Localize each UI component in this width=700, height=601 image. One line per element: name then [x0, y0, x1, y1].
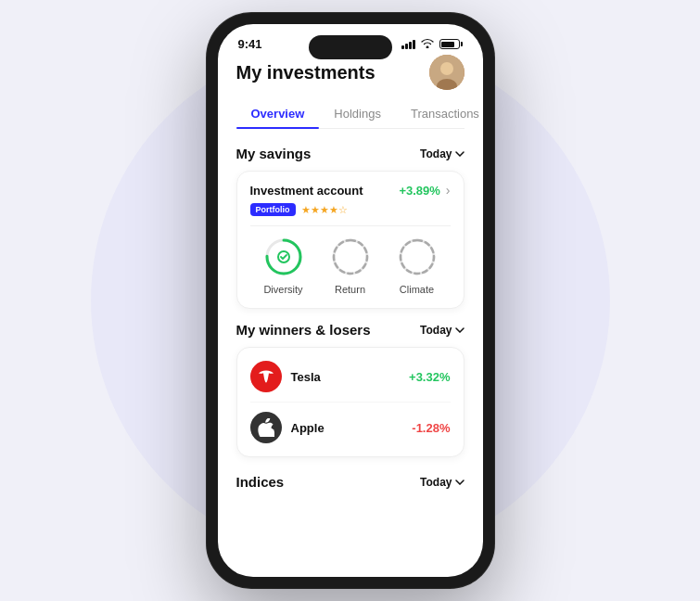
apple-name: Apple — [291, 421, 413, 435]
tesla-gain: +3.32% — [409, 370, 450, 384]
phone-mockup: 9:41 — [207, 13, 494, 588]
signal-icon — [401, 40, 415, 49]
stock-row-tesla[interactable]: Tesla +3.32% — [250, 352, 451, 403]
phone-frame: 9:41 — [207, 13, 494, 588]
page-title: My investments — [236, 62, 375, 83]
indices-section-header: Indices Today — [236, 470, 465, 490]
tesla-logo — [250, 361, 282, 392]
diversity-circle — [262, 236, 305, 278]
chevron-down-icon — [455, 327, 465, 333]
savings-filter[interactable]: Today — [420, 147, 464, 160]
investment-card[interactable]: Investment account +3.89% › Portfolio ★★… — [236, 171, 465, 309]
tab-holdings[interactable]: Holdings — [319, 99, 396, 128]
star-rating: ★★★★☆ — [301, 204, 348, 216]
metric-climate[interactable]: Climate — [396, 236, 439, 295]
return-label: Return — [335, 284, 365, 295]
svg-point-1 — [440, 62, 453, 75]
winners-section-header: My winners & losers Today — [236, 322, 465, 338]
apple-logo — [250, 412, 282, 443]
tab-transactions[interactable]: Transactions — [396, 99, 483, 128]
card-subtitle: Portfolio ★★★★☆ — [250, 203, 451, 216]
tabs-bar: Overview Holdings Transactions — [236, 99, 465, 129]
winners-title: My winners & losers — [236, 322, 371, 338]
tesla-name: Tesla — [291, 370, 410, 384]
climate-circle — [396, 236, 439, 278]
metric-diversity[interactable]: Diversity — [262, 236, 305, 295]
status-icons — [401, 38, 463, 51]
chevron-down-icon — [455, 480, 465, 485]
card-arrow-icon: › — [446, 183, 451, 198]
savings-section-header: My savings Today — [236, 146, 465, 161]
card-title: Investment account — [250, 184, 363, 198]
stocks-card: Tesla +3.32% Apple -1.28% — [236, 347, 465, 457]
chevron-down-icon — [455, 151, 465, 157]
stock-row-apple[interactable]: Apple -1.28% — [250, 403, 451, 453]
page-header: My investments — [236, 55, 465, 90]
return-circle — [329, 236, 372, 278]
winners-filter[interactable]: Today — [420, 324, 464, 337]
card-gain: +3.89% — [399, 184, 439, 198]
portfolio-badge: Portfolio — [250, 203, 296, 216]
battery-icon — [439, 39, 463, 49]
metrics-row: Diversity Return — [250, 225, 451, 297]
dynamic-island — [309, 35, 392, 59]
user-avatar[interactable] — [429, 55, 465, 90]
indices-title: Indices — [236, 474, 285, 490]
screen-content: My investments Overview — [218, 55, 483, 490]
card-top: Investment account +3.89% › — [250, 183, 451, 198]
savings-title: My savings — [236, 146, 312, 161]
metric-return[interactable]: Return — [329, 236, 372, 295]
wifi-icon — [421, 38, 434, 51]
climate-label: Climate — [400, 284, 434, 295]
status-time: 9:41 — [238, 37, 262, 51]
apple-gain: -1.28% — [412, 421, 450, 435]
diversity-label: Diversity — [263, 284, 302, 295]
tab-overview[interactable]: Overview — [236, 99, 320, 128]
phone-screen: 9:41 — [218, 24, 483, 577]
indices-filter[interactable]: Today — [420, 476, 464, 489]
